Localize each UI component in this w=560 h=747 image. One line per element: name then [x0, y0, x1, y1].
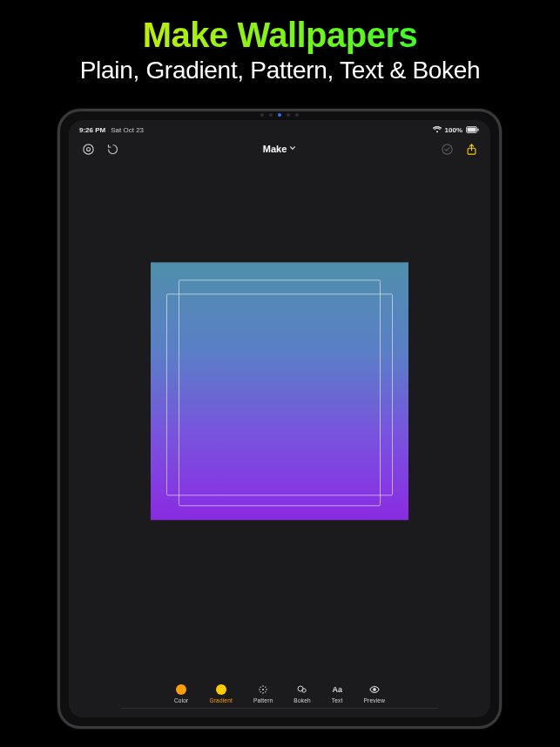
svg-point-15	[265, 691, 266, 692]
undo-icon[interactable]	[105, 142, 119, 156]
tool-label: Pattern	[253, 697, 273, 703]
navbar-title: Make	[263, 144, 287, 154]
svg-point-11	[266, 689, 267, 690]
tool-color[interactable]: Color	[174, 684, 189, 703]
status-bar: 9:26 PM Sat Oct 23 100%	[69, 120, 490, 132]
svg-point-10	[259, 689, 260, 690]
tool-label: Bokeh	[293, 697, 310, 703]
chevron-down-icon	[289, 145, 296, 153]
svg-rect-1	[468, 128, 476, 132]
promo-title: Make Wallpapers	[0, 16, 560, 55]
crop-frame-landscape	[166, 293, 393, 495]
eye-icon	[369, 684, 380, 695]
svg-point-14	[260, 691, 261, 692]
toolbar-divider	[121, 708, 438, 709]
svg-point-18	[373, 689, 375, 691]
share-icon[interactable]	[464, 142, 478, 156]
top-navbar: Make	[69, 136, 490, 162]
status-date: Sat Oct 23	[111, 126, 144, 134]
svg-point-8	[262, 685, 264, 687]
tool-text[interactable]: Aa Text	[332, 684, 343, 703]
svg-point-12	[260, 687, 261, 688]
bottom-toolbar: Color Gradient Pattern Bokeh	[69, 662, 490, 717]
promo-header: Make Wallpapers Plain, Gradient, Pattern…	[0, 0, 560, 84]
svg-point-3	[83, 144, 92, 153]
wallpaper-canvas[interactable]	[69, 162, 490, 662]
color-swatch-icon	[176, 684, 186, 695]
pattern-icon	[258, 684, 268, 695]
svg-point-13	[265, 687, 266, 688]
gradient-preview	[151, 262, 408, 520]
tool-pattern[interactable]: Pattern	[253, 684, 273, 703]
status-time: 9:26 PM	[79, 126, 105, 134]
tool-label: Preview	[364, 697, 386, 703]
screen: 9:26 PM Sat Oct 23 100%	[69, 120, 490, 717]
svg-point-7	[262, 689, 264, 690]
tool-row: Color Gradient Pattern Bokeh	[69, 684, 490, 703]
sync-disabled-icon	[440, 142, 454, 156]
svg-rect-2	[477, 129, 478, 131]
battery-percent: 100%	[445, 126, 462, 134]
tool-preview[interactable]: Preview	[364, 684, 386, 703]
settings-icon[interactable]	[81, 142, 95, 156]
svg-point-4	[86, 147, 90, 151]
navbar-title-button[interactable]: Make	[263, 144, 297, 154]
promo-subtitle: Plain, Gradient, Pattern, Text & Bokeh	[0, 57, 560, 84]
gradient-swatch-icon	[216, 684, 226, 695]
bokeh-icon	[297, 684, 307, 695]
tool-gradient[interactable]: Gradient	[209, 684, 233, 703]
tool-bokeh[interactable]: Bokeh	[293, 684, 310, 703]
tablet-frame: 9:26 PM Sat Oct 23 100%	[57, 109, 502, 729]
battery-icon	[466, 126, 480, 133]
camera-cluster	[260, 113, 299, 117]
wifi-icon	[433, 126, 442, 133]
tool-label: Color	[174, 697, 189, 703]
tool-label: Text	[332, 697, 343, 703]
tool-label: Gradient	[209, 697, 233, 703]
text-icon: Aa	[332, 684, 342, 695]
svg-point-9	[262, 692, 264, 694]
